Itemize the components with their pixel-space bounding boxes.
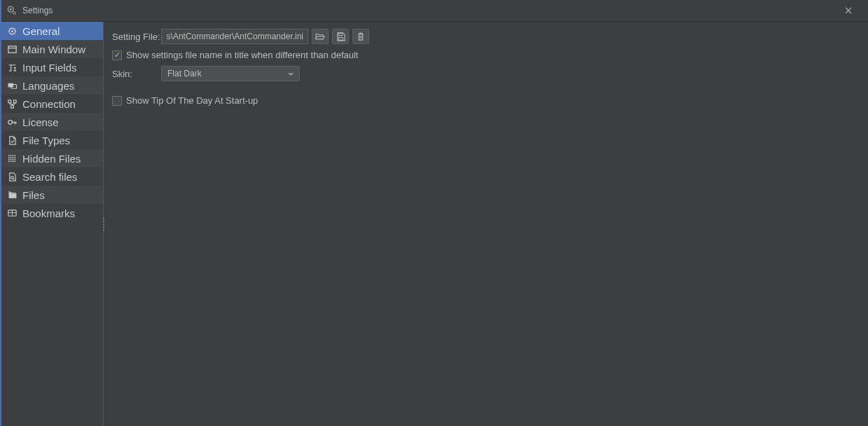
close-button[interactable] [834,0,862,21]
sidebar-item-general[interactable]: General [1,22,103,40]
sidebar-item-file-types[interactable]: File Types [1,131,103,149]
sidebar-item-search-files[interactable]: Search files [1,167,103,186]
sidebar-item-label: Connection [22,98,76,110]
svg-point-19 [12,156,13,158]
key-icon [7,117,18,128]
setting-file-label: Setting File: [112,32,161,42]
delete-file-button[interactable] [352,29,369,44]
key-icon [6,117,18,128]
sidebar-item-label: License [22,116,59,128]
search-file-icon [7,172,18,182]
save-icon [336,32,345,41]
trash-icon [357,32,365,41]
skin-select-value: Flat Dark [167,69,202,78]
filetype-icon [6,135,18,146]
show-filename-checkbox[interactable] [112,50,122,60]
svg-point-23 [12,158,13,160]
files-icon [7,190,18,200]
svg-point-12 [8,120,12,124]
text-icon [6,62,18,73]
window-icon [7,44,18,55]
svg-point-21 [8,158,9,160]
sidebar-item-connection[interactable]: Connection [1,95,103,113]
connection-icon [6,99,18,109]
folder-open-icon [315,32,325,41]
sidebar-item-bookmarks[interactable]: Bookmarks [1,204,103,222]
files-icon [6,190,18,200]
save-file-button[interactable] [332,29,349,44]
svg-point-27 [12,160,13,162]
svg-point-1 [10,8,12,11]
svg-point-29 [11,176,13,179]
svg-point-4 [11,30,13,32]
sidebar-item-license[interactable]: License [1,113,103,131]
svg-point-28 [14,160,15,162]
titlebar: Settings [1,0,868,22]
gear-icon [6,26,18,36]
svg-point-2 [13,12,16,15]
svg-point-16 [14,154,15,156]
svg-point-22 [10,158,11,160]
sidebar-item-label: Search files [22,171,77,183]
show-tip-checkbox[interactable] [112,96,122,106]
settings-content: Setting File: s\AntCommander\AntCommande… [104,22,868,426]
show-tip-label: Show Tip Of The Day At Start-up [126,95,258,106]
svg-point-20 [14,156,15,158]
bookmark-icon [6,208,18,219]
svg-rect-9 [8,99,11,102]
window-title: Settings [22,6,834,15]
window-icon [6,44,18,55]
svg-rect-33 [338,37,343,40]
svg-point-26 [10,160,11,162]
sidebar-item-label: Main Window [22,43,85,55]
svg-rect-7 [8,83,13,87]
show-filename-label: Show settings file name in title when di… [126,50,358,60]
sidebar-item-hidden-files[interactable]: Hidden Files [1,149,103,167]
skin-select[interactable]: Flat Dark [161,66,300,81]
svg-line-30 [13,178,13,179]
svg-rect-5 [8,46,15,52]
svg-point-17 [8,156,9,158]
sidebar-item-label: File Types [22,135,70,146]
bookmark-icon [7,208,18,219]
grid-icon [6,153,18,164]
sidebar-item-files[interactable]: Files [1,186,103,204]
language-icon [7,81,18,91]
sidebar-item-label: Languages [22,80,74,92]
language-icon [6,81,18,91]
connection-icon [7,99,18,109]
sidebar-item-label: Input Fields [22,62,77,74]
grid-icon [7,153,18,164]
svg-point-13 [8,154,9,156]
settings-icon [7,6,17,15]
svg-point-24 [14,158,15,160]
filetype-icon [7,135,18,146]
gear-icon [7,26,18,36]
svg-rect-10 [13,99,16,102]
splitter-handle[interactable] [102,217,106,231]
sidebar-item-languages[interactable]: Languages [1,76,103,95]
text-icon [7,62,18,73]
sidebar-item-main-window[interactable]: Main Window [1,40,103,58]
svg-point-15 [12,154,13,156]
chevron-down-icon [288,72,294,76]
setting-file-input[interactable]: s\AntCommander\AntCommander.ini [161,29,308,44]
open-file-button[interactable] [312,29,329,44]
sidebar: GeneralMain WindowInput FieldsLanguagesC… [1,22,104,426]
sidebar-item-label: Hidden Files [22,153,81,165]
sidebar-item-input-fields[interactable]: Input Fields [1,58,103,76]
sidebar-item-label: General [22,25,60,37]
svg-point-14 [10,154,11,156]
svg-point-25 [8,160,9,162]
search-file-icon [6,172,18,182]
sidebar-item-label: Bookmarks [22,207,75,219]
sidebar-item-label: Files [22,189,45,201]
svg-rect-11 [11,105,13,108]
skin-label: Skin: [112,69,161,79]
svg-point-18 [10,156,11,158]
